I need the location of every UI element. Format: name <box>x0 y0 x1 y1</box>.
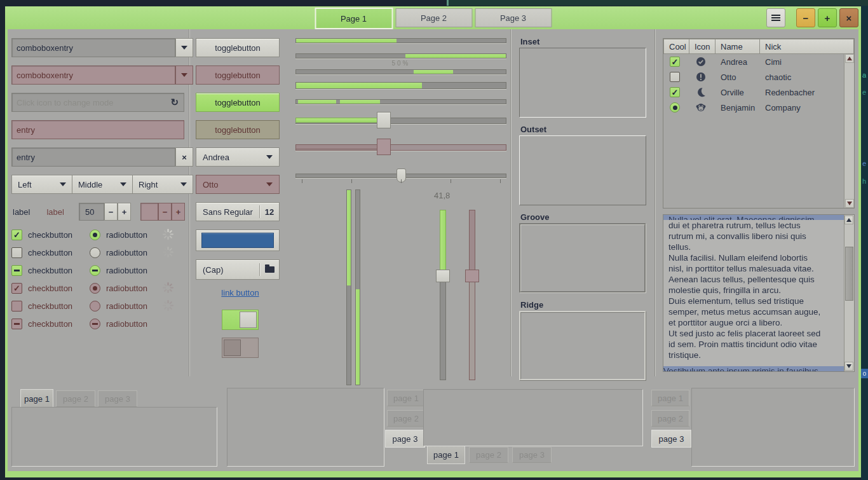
notebook-tab-page1[interactable]: page 1 <box>387 390 425 406</box>
hamburger-icon <box>771 13 780 22</box>
clear-entry-button[interactable]: × <box>175 147 193 167</box>
radiobutton-selected-disabled-row: radiobutton <box>90 279 147 297</box>
checkbox-unchecked[interactable] <box>670 72 680 82</box>
spin-plus-button-disabled: + <box>172 203 185 221</box>
spin-minus-button[interactable]: − <box>104 203 118 221</box>
spinbutton-value[interactable] <box>79 203 104 221</box>
checkbox-checked[interactable]: ✓ <box>670 87 680 97</box>
maximize-button[interactable]: + <box>818 8 837 27</box>
togglebutton-normal[interactable]: togglebutton <box>196 38 280 57</box>
checkbox-unchecked[interactable] <box>11 247 22 258</box>
tree-row[interactable]: ✓ Andrea Cimi <box>663 54 854 69</box>
tree-scrollbar[interactable] <box>844 54 854 208</box>
combobox-andrea[interactable]: Andrea <box>196 147 280 167</box>
tree-column-cool[interactable]: Cool <box>663 39 689 54</box>
entry-disabled-input <box>12 125 184 135</box>
comboboxentry-dropdown-button[interactable] <box>175 38 193 57</box>
scale-marks <box>295 179 506 184</box>
checkbox-checked[interactable]: ✓ <box>11 230 22 240</box>
notebook-tab-page1-active[interactable]: page 1 <box>427 446 465 464</box>
tree-cell-name: Benjamin <box>721 103 755 113</box>
file-chooser-button[interactable]: (Cap) <box>196 259 280 280</box>
icon-mode-entry-input[interactable] <box>12 98 170 107</box>
link-button[interactable]: link button <box>221 288 259 301</box>
dropdown-right[interactable]: Right <box>133 175 193 194</box>
textview-scrollbar[interactable] <box>844 215 854 371</box>
notebook-tab-page3[interactable]: page 3 <box>512 447 552 463</box>
tree-row[interactable]: Otto chaotic <box>663 69 854 85</box>
togglebutton-label: togglebutton <box>215 71 261 80</box>
icon-mode-entry[interactable]: ↻ <box>11 93 184 112</box>
entry-field[interactable] <box>11 147 175 167</box>
radiobutton-unselected-disabled-row: radiobutton <box>90 297 147 315</box>
switch-knob[interactable] <box>240 312 257 328</box>
notebook-tab-page2[interactable]: page 2 <box>651 410 689 427</box>
notebook-tab-page3-active[interactable]: page 3 <box>651 430 691 448</box>
tab-page2[interactable]: Page 2 <box>395 8 472 27</box>
refresh-icon[interactable]: ↻ <box>170 97 184 108</box>
tree-row[interactable]: ✓ Orville Redenbacher <box>663 85 854 100</box>
togglebutton-active[interactable]: togglebutton <box>196 93 280 112</box>
checkbox-indeterminate[interactable] <box>11 265 22 276</box>
menu-button[interactable] <box>766 8 785 27</box>
dash-icon <box>92 270 98 271</box>
font-button[interactable]: Sans Regular 12 <box>196 202 280 221</box>
comboboxentry-text[interactable] <box>12 43 175 53</box>
minimize-button[interactable]: − <box>796 8 815 27</box>
tree-column-icon[interactable]: Icon <box>689 39 715 54</box>
tab-label: page 1 <box>24 394 50 404</box>
dash-icon <box>14 270 20 271</box>
dropdown-middle[interactable]: Middle <box>72 175 133 194</box>
textview[interactable]: Nulla vel elit erat. Maecenas dignissim,… <box>663 214 855 372</box>
scale-horizontal[interactable] <box>295 111 506 130</box>
radio-selected[interactable] <box>90 230 100 240</box>
tab-page3[interactable]: Page 3 <box>475 8 552 27</box>
notebook-tab-page2[interactable]: page 2 <box>387 410 425 427</box>
notebook-tab-page3-active[interactable]: page 3 <box>385 430 425 448</box>
entry-disabled <box>11 120 184 139</box>
text-line: Nulla facilisi. Nullam eleifend lobortis <box>668 252 839 263</box>
tree-column-name[interactable]: Name <box>715 39 760 54</box>
spin-plus-button[interactable]: + <box>118 203 131 221</box>
notebook-tab-page3[interactable]: page 3 <box>98 390 137 407</box>
scroll-up-button[interactable] <box>844 216 853 224</box>
togglebutton-label: togglebutton <box>215 98 261 107</box>
comboboxentry-input[interactable] <box>11 38 175 57</box>
frame-label: Outset <box>520 125 654 134</box>
radiobutton-label: radiobutton <box>106 248 147 257</box>
entry-input[interactable] <box>12 153 175 162</box>
scroll-down-button[interactable] <box>844 362 853 371</box>
togglebutton-label: togglebutton <box>215 125 261 135</box>
notebook-tab-page1[interactable]: page 1 <box>651 390 689 406</box>
checkbox-checked[interactable]: ✓ <box>670 57 680 67</box>
notebook-tab-page2[interactable]: page 2 <box>56 390 95 407</box>
switch-off-disabled <box>222 338 259 358</box>
spinbutton-input[interactable] <box>79 207 104 217</box>
tab-page2-label: Page 2 <box>421 13 447 23</box>
scale-knob[interactable] <box>377 112 391 128</box>
close-button[interactable]: × <box>839 8 858 27</box>
scale-vertical[interactable] <box>440 210 446 380</box>
tree-row[interactable]: Benjamin Company <box>663 100 854 115</box>
radio-selected[interactable] <box>670 102 680 113</box>
notebook-tab-page1-active[interactable]: page 1 <box>20 389 53 408</box>
tab-page1[interactable]: Page 1 <box>315 8 393 29</box>
frame-outset <box>519 135 646 205</box>
tree-column-nick[interactable]: Nick <box>760 39 854 54</box>
textview-content[interactable]: Nulla vel elit erat. Maecenas dignissim,… <box>663 215 844 371</box>
notebook-tab-page2[interactable]: page 2 <box>469 447 508 463</box>
radio-unselected[interactable] <box>90 247 100 258</box>
switch-on[interactable] <box>222 310 259 330</box>
scale-fill <box>469 210 475 275</box>
dropdown-left[interactable]: Left <box>11 175 72 194</box>
color-button[interactable] <box>196 230 280 251</box>
scale-knob[interactable] <box>436 270 450 282</box>
scroll-down-button[interactable] <box>845 199 854 208</box>
scroll-up-button[interactable] <box>845 54 854 63</box>
checkbutton-label: checkbutton <box>28 301 72 311</box>
scale-trough[interactable] <box>440 275 446 380</box>
column-tree-text: Cool Icon Name Nick ✓ Andrea Cimi <box>663 29 855 372</box>
scrollbar-thumb[interactable] <box>845 247 853 301</box>
radio-indeterminate[interactable] <box>90 265 100 276</box>
checkbutton-label: checkbutton <box>28 284 72 293</box>
